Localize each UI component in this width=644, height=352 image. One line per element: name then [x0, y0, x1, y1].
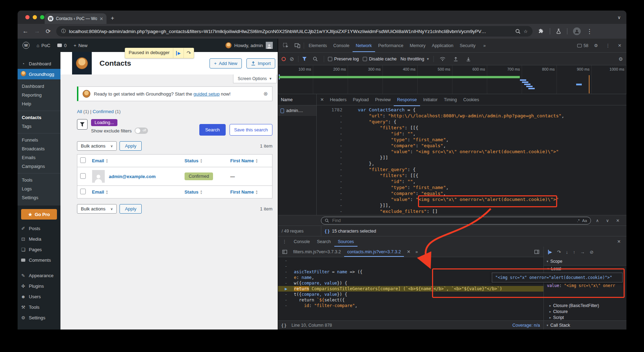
column-header[interactable]: Status▲▼: [182, 155, 227, 167]
sidebar-item[interactable]: Settings: [18, 312, 60, 323]
experiments-flask-icon[interactable]: [556, 28, 561, 34]
save-search-button[interactable]: Save this search: [230, 124, 272, 136]
column-header[interactable]: First Name▲▼: [227, 186, 272, 198]
line-gutter[interactable]: -: [317, 137, 347, 143]
row-checkbox[interactable]: [80, 173, 86, 179]
forward-icon[interactable]: →: [34, 28, 40, 35]
network-search-icon[interactable]: [311, 57, 320, 61]
line-gutter[interactable]: -: [278, 303, 294, 308]
exclude-filters-toggle[interactable]: off: [135, 128, 148, 134]
find-next-icon[interactable]: ∨: [604, 218, 611, 223]
network-conditions-icon[interactable]: [438, 57, 447, 61]
guided-setup-link[interactable]: guided setup: [193, 91, 219, 97]
add-new-button[interactable]: +Add New: [210, 58, 242, 69]
devtools-menu-icon[interactable]: ⋮: [604, 43, 612, 48]
close-tab-icon[interactable]: ✕: [99, 16, 103, 21]
line-gutter[interactable]: -: [317, 184, 347, 190]
find-previous-icon[interactable]: ∧: [594, 218, 601, 223]
drawer-tab[interactable]: Console: [290, 237, 314, 247]
throttling-select[interactable]: No throttling▼: [400, 57, 429, 61]
minimize-window-button[interactable]: [33, 15, 37, 19]
line-gutter[interactable]: -: [317, 131, 347, 137]
close-drawer-icon[interactable]: ✕: [614, 239, 624, 244]
detail-tab[interactable]: Preview: [372, 94, 394, 106]
contact-email-link[interactable]: admin@example.com: [109, 174, 156, 179]
zoom-icon[interactable]: [515, 29, 521, 34]
close-window-button[interactable]: [25, 15, 30, 19]
detail-tab[interactable]: Initiator: [420, 94, 441, 106]
go-pro-button[interactable]: ★ Go Pro: [21, 209, 57, 220]
wp-site-menu[interactable]: ⌂PoC: [37, 43, 50, 48]
scope-item[interactable]: ▸ Closure: [544, 308, 626, 314]
devtools-tab[interactable]: Network: [353, 39, 375, 52]
line-gutter[interactable]: -: [317, 143, 347, 149]
howdy-admin-menu[interactable]: Howdy, admin: [234, 43, 263, 48]
sidebar-subitem[interactable]: Logs: [18, 184, 60, 193]
browser-tab[interactable]: W Contacts ‹ PoC — WordPress ✕: [45, 13, 107, 24]
line-gutter[interactable]: -: [317, 178, 347, 184]
name-column-header[interactable]: Name: [278, 94, 316, 105]
more-tabs-icon[interactable]: »: [480, 39, 489, 52]
line-gutter[interactable]: -: [317, 190, 347, 196]
sidebar-subitem[interactable]: Dashboard: [18, 82, 60, 91]
line-gutter[interactable]: -: [317, 196, 347, 202]
braces-icon[interactable]: { }: [325, 229, 329, 234]
close-devtools-icon[interactable]: ✕: [616, 43, 624, 48]
clear-network-icon[interactable]: ⊘: [290, 56, 294, 62]
sidebar-item[interactable]: Pages: [18, 244, 60, 255]
reload-icon[interactable]: ⟳: [46, 28, 51, 35]
scope-value-variable[interactable]: value: "<img src=\"x\" onerr: [547, 283, 624, 288]
line-gutter[interactable]: -: [278, 297, 294, 303]
close-find-icon[interactable]: ✕: [614, 218, 622, 223]
wp-new-menu[interactable]: +New: [73, 43, 88, 48]
apply-button[interactable]: Apply: [120, 204, 142, 214]
sidebar-subitem[interactable]: Campaigns: [18, 162, 60, 171]
line-gutter[interactable]: -: [278, 292, 294, 297]
close-detail-icon[interactable]: ✕: [318, 97, 326, 102]
line-gutter[interactable]: -: [278, 275, 294, 280]
sidebar-subitem[interactable]: Tags: [18, 122, 60, 131]
wp-comments-menu[interactable]: 0: [57, 43, 66, 48]
source-code-editor[interactable]: - - - asicTextFilter = name => ({: [278, 257, 543, 320]
sidebar-item[interactable]: Posts: [18, 223, 60, 234]
site-info-icon[interactable]: ⓘ: [61, 28, 66, 34]
select-all-checkbox[interactable]: [80, 189, 86, 194]
detail-tab[interactable]: Payload: [350, 94, 372, 106]
resume-script-icon[interactable]: ▶: [548, 250, 552, 254]
sidebar-subitem[interactable]: Contacts: [18, 111, 60, 122]
source-file-tab[interactable]: filters.min.js?ver=3.7.3.2: [290, 247, 344, 257]
bookmark-star-icon[interactable]: ☆: [524, 29, 528, 34]
filters-button[interactable]: [77, 119, 88, 130]
bulk-actions-select[interactable]: Bulk actions∨: [77, 204, 117, 214]
import-button[interactable]: Import: [246, 58, 275, 69]
regex-toggle[interactable]: .*: [577, 219, 580, 223]
column-header[interactable]: Status▲▼: [182, 186, 227, 198]
sidebar-item[interactable]: Users: [18, 291, 60, 302]
inspect-element-icon[interactable]: [281, 43, 291, 48]
step-into-icon[interactable]: ↓: [566, 249, 568, 255]
scope-section-header[interactable]: ▾ Scope: [544, 257, 626, 266]
sidebar-subitem[interactable]: Help: [18, 99, 60, 108]
sidebar-subitem[interactable]: Tools: [18, 173, 60, 184]
line-gutter[interactable]: -: [317, 208, 347, 214]
deactivate-breakpoints-icon[interactable]: ⊘: [590, 249, 593, 255]
line-gutter[interactable]: -: [278, 280, 294, 286]
tab-search-icon[interactable]: ∨: [617, 15, 621, 20]
scope-local[interactable]: ▾ Local: [544, 266, 626, 272]
line-gutter[interactable]: -: [317, 113, 347, 119]
more-file-tabs-icon[interactable]: »: [413, 249, 420, 254]
scope-item[interactable]: ▸ Closure (BasicTextFilter): [544, 302, 626, 308]
network-settings-gear-icon[interactable]: ⚙: [618, 56, 623, 62]
preserve-log-checkbox[interactable]: Preserve log: [328, 57, 359, 61]
screen-options-tab[interactable]: Screen Options▼: [233, 74, 277, 83]
view-all-link[interactable]: All: [77, 109, 82, 114]
maximize-window-button[interactable]: [40, 15, 44, 19]
call-stack-header[interactable]: ▾ Call Stack: [543, 320, 626, 330]
devtools-tab[interactable]: Console: [330, 39, 353, 52]
detail-tab[interactable]: Response: [394, 94, 420, 106]
step-out-icon[interactable]: ↑: [573, 249, 575, 255]
devtools-tab[interactable]: Performance: [375, 39, 407, 52]
bulk-actions-select[interactable]: Bulk actions∨: [77, 141, 117, 151]
sidebar-item[interactable]: Appearance: [18, 270, 60, 281]
line-gutter[interactable]: -: [317, 149, 347, 155]
